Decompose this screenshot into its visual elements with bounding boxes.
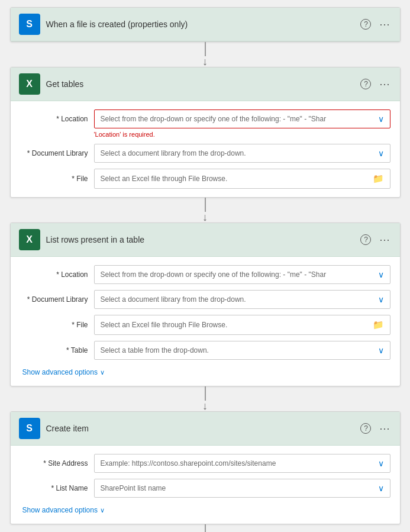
create-item-title: Create item (46, 424, 354, 433)
create-item-show-advanced-button[interactable]: Show advanced options ∨ (22, 505, 390, 515)
get-tables-doclibrary-label: * Document Library (20, 149, 88, 157)
get-tables-file-row: * File Select an Excel file through File… (20, 169, 390, 189)
get-tables-icon: X (19, 73, 40, 95)
list-rows-file-input[interactable]: Select an Excel file through File Browse… (94, 315, 390, 335)
list-rows-advanced-chevron: ∨ (100, 369, 105, 376)
trigger-icon-letter: S (26, 19, 33, 30)
create-item-site-placeholder: Example: https://contoso.sharepoint.com/… (101, 459, 378, 467)
arrow-1-head: ↓ (202, 56, 208, 67)
list-rows-icon: X (19, 229, 40, 250)
trigger-help-button[interactable]: ? (359, 18, 372, 31)
list-rows-menu-button[interactable]: ··· (378, 233, 391, 247)
get-tables-location-error: 'Location' is required. (94, 131, 390, 138)
list-rows-file-placeholder: Select an Excel file through File Browse… (101, 321, 373, 329)
question-icon-3: ? (360, 234, 371, 245)
list-rows-body: * Location Select from the drop-down or … (11, 257, 400, 386)
list-rows-show-advanced-label: Show advanced options (22, 368, 98, 376)
create-item-header: S Create item ? ··· (11, 412, 400, 446)
doclibrary-dropdown-icon: ∨ (378, 149, 384, 158)
list-rows-doclibrary-row: * Document Library Select a document lib… (20, 290, 390, 309)
get-tables-file-input[interactable]: Select an Excel file through File Browse… (94, 169, 390, 189)
get-tables-card: X Get tables ? ··· * Location Select fro… (10, 67, 401, 198)
get-tables-doclibrary-row: * Document Library Select a document lib… (20, 144, 390, 163)
lr-table-dropdown-icon: ∨ (378, 346, 384, 355)
list-rows-show-advanced-button[interactable]: Show advanced options ∨ (22, 367, 390, 378)
create-item-show-advanced-label: Show advanced options (22, 506, 98, 514)
trigger-title: When a file is created (properties only) (46, 20, 354, 29)
ellipsis-icon: ··· (379, 18, 390, 31)
flow-container: S When a file is created (properties onl… (7, 7, 403, 532)
question-icon-4: ? (360, 423, 371, 434)
get-tables-file-label: * File (20, 175, 88, 183)
arrow-bottom-line (205, 524, 206, 532)
list-rows-table-input[interactable]: Select a table from the drop-down. ∨ (94, 341, 390, 360)
file-browse-icon: 📁 (373, 173, 384, 184)
trigger-menu-button[interactable]: ··· (378, 17, 391, 32)
create-item-listname-input[interactable]: SharePoint list name ∨ (94, 479, 390, 498)
arrow-3-line (205, 386, 206, 401)
create-item-listname-label: * List Name (20, 484, 88, 492)
arrow-1-line (205, 42, 206, 56)
list-rows-file-row: * File Select an Excel file through File… (20, 315, 390, 335)
arrow-2: ↓ (202, 198, 208, 223)
create-item-icon-letter: S (26, 423, 33, 434)
arrow-1: ↓ (202, 42, 208, 67)
get-tables-location-row: * Location Select from the drop-down or … (20, 109, 390, 128)
list-rows-icon-letter: X (26, 234, 33, 245)
create-item-site-label: * Site Address (20, 459, 88, 467)
ellipsis-icon-3: ··· (379, 234, 390, 246)
list-rows-header: X List rows present in a table ? ··· (11, 223, 400, 257)
location-dropdown-icon: ∨ (378, 114, 384, 124)
trigger-card: S When a file is created (properties onl… (10, 7, 401, 42)
list-rows-doclibrary-input[interactable]: Select a document library from the drop-… (94, 290, 390, 309)
create-item-advanced-chevron: ∨ (100, 507, 105, 514)
ellipsis-icon-2: ··· (379, 78, 390, 91)
list-rows-location-placeholder: Select from the drop-down or specify one… (101, 270, 378, 279)
create-item-icon: S (19, 418, 40, 439)
create-item-card: S Create item ? ··· * Site Address Examp… (10, 411, 401, 524)
ellipsis-icon-4: ··· (379, 423, 390, 435)
create-item-help-button[interactable]: ? (359, 422, 372, 435)
arrow-2-head: ↓ (202, 212, 208, 223)
get-tables-body: * Location Select from the drop-down or … (11, 101, 400, 197)
list-rows-location-input[interactable]: Select from the drop-down or specify one… (94, 265, 390, 284)
create-item-site-input[interactable]: Example: https://contoso.sharepoint.com/… (94, 454, 390, 473)
create-item-listname-row: * List Name SharePoint list name ∨ (20, 479, 390, 498)
list-rows-table-row: * Table Select a table from the drop-dow… (20, 341, 390, 360)
get-tables-location-placeholder: Select from the drop-down or specify one… (101, 115, 378, 123)
list-rows-doclibrary-label: * Document Library (20, 295, 88, 304)
get-tables-file-placeholder: Select an Excel file through File Browse… (101, 175, 373, 183)
get-tables-header: X Get tables ? ··· (11, 67, 400, 101)
get-tables-doclibrary-input[interactable]: Select a document library from the drop-… (94, 144, 390, 163)
ci-site-dropdown-icon: ∨ (378, 459, 384, 468)
create-item-site-row: * Site Address Example: https://contoso.… (20, 454, 390, 473)
get-tables-menu-button[interactable]: ··· (378, 77, 391, 92)
trigger-header: S When a file is created (properties onl… (11, 8, 400, 41)
list-rows-actions: ? ··· (359, 233, 391, 247)
trigger-actions: ? ··· (359, 17, 391, 32)
list-rows-doclibrary-placeholder: Select a document library from the drop-… (101, 295, 378, 304)
trigger-icon: S (19, 14, 40, 35)
ci-listname-dropdown-icon: ∨ (378, 483, 384, 493)
arrow-bottom (205, 524, 206, 532)
question-icon-2: ? (360, 79, 371, 89)
lr-location-dropdown-icon: ∨ (378, 270, 384, 279)
list-rows-card: X List rows present in a table ? ··· * L… (10, 223, 401, 386)
list-rows-help-button[interactable]: ? (359, 233, 372, 246)
arrow-2-line (205, 198, 206, 212)
lr-doclibrary-dropdown-icon: ∨ (378, 295, 384, 304)
list-rows-location-row: * Location Select from the drop-down or … (20, 265, 390, 284)
list-rows-table-label: * Table (20, 346, 88, 354)
get-tables-location-input[interactable]: Select from the drop-down or specify one… (94, 109, 390, 128)
arrow-3-head: ↓ (202, 401, 208, 411)
list-rows-title: List rows present in a table (46, 235, 354, 244)
create-item-actions: ? ··· (359, 421, 391, 436)
list-rows-file-label: * File (20, 321, 88, 329)
create-item-menu-button[interactable]: ··· (378, 421, 391, 436)
lr-file-browse-icon: 📁 (373, 320, 384, 330)
get-tables-icon-letter: X (26, 79, 33, 89)
create-item-body: * Site Address Example: https://contoso.… (11, 446, 400, 524)
create-item-listname-placeholder: SharePoint list name (101, 484, 378, 492)
arrow-3: ↓ (202, 386, 208, 411)
get-tables-help-button[interactable]: ? (359, 78, 372, 91)
